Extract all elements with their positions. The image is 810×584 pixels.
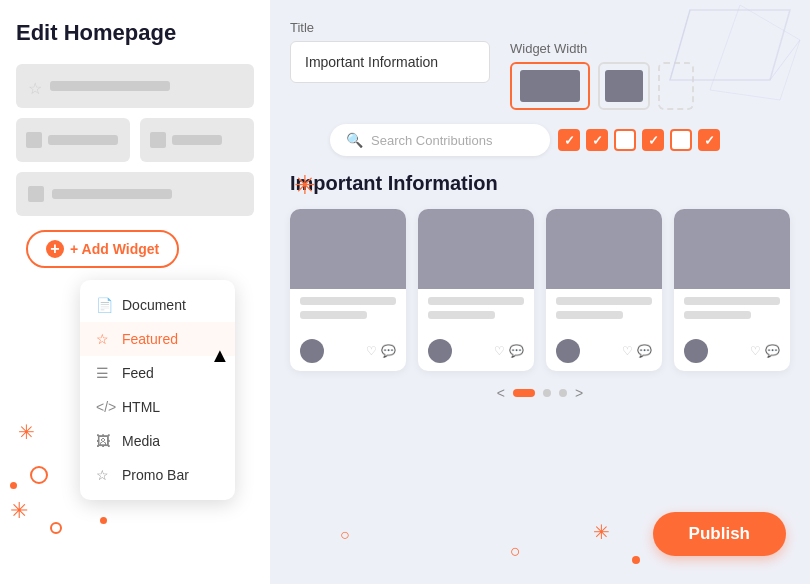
deco-circle-2	[50, 522, 62, 534]
deco-circle-1	[30, 466, 48, 484]
widget-skeleton-2	[16, 118, 254, 162]
width-option-large[interactable]	[510, 62, 590, 110]
dropdown-label-document: Document	[122, 297, 186, 313]
widget-section-title: Important Information	[290, 172, 790, 195]
widget-half-1	[16, 118, 130, 162]
widget-skeleton-1: ☆	[16, 64, 254, 108]
search-filter-row: 🔍 Search Contributions	[330, 124, 790, 156]
skel-icon	[28, 186, 44, 202]
checkbox-6[interactable]	[698, 129, 720, 151]
card-line	[556, 311, 623, 319]
comment-icon[interactable]: 💬	[637, 344, 652, 358]
widget-width-section: Widget Width	[510, 41, 694, 110]
search-icon: 🔍	[346, 132, 363, 148]
checkbox-5[interactable]	[670, 129, 692, 151]
skel-line	[52, 189, 172, 199]
card-actions-4: ♡ 💬	[750, 344, 780, 358]
add-widget-label: + Add Widget	[70, 241, 159, 257]
deco-asterisk-1: ✳	[18, 420, 35, 444]
dropdown-label-promo-bar: Promo Bar	[122, 467, 189, 483]
title-section: Title Widget Width	[290, 20, 790, 110]
page-title: Edit Homepage	[16, 20, 254, 46]
dropdown-item-feed[interactable]: ☰ Feed	[80, 356, 235, 390]
card-body-1	[290, 289, 406, 333]
widget-width-label: Widget Width	[510, 41, 694, 56]
html-icon: </>	[96, 399, 112, 415]
widget-half-2	[140, 118, 254, 162]
left-panel: Edit Homepage ☆ + + Add Widget 📄 Documen…	[0, 0, 270, 584]
deco-dot-bottom	[632, 556, 640, 564]
card-actions-3: ♡ 💬	[622, 344, 652, 358]
width-option-small[interactable]	[658, 62, 694, 110]
title-input[interactable]	[290, 41, 490, 83]
dropdown-item-promo-bar[interactable]: ☆ Promo Bar	[80, 458, 235, 492]
card-footer-1: ♡ 💬	[290, 333, 406, 371]
pag-dot-1[interactable]	[513, 389, 535, 397]
comment-icon[interactable]: 💬	[765, 344, 780, 358]
card-footer-2: ♡ 💬	[418, 333, 534, 371]
comment-icon[interactable]: 💬	[381, 344, 396, 358]
checkbox-2[interactable]	[586, 129, 608, 151]
pag-dot-3[interactable]	[559, 389, 567, 397]
pagination: < >	[290, 385, 790, 401]
dropdown-label-html: HTML	[122, 399, 160, 415]
card-line	[300, 297, 396, 305]
search-box[interactable]: 🔍 Search Contributions	[330, 124, 550, 156]
cards-row: ♡ 💬 ♡ 💬	[290, 209, 790, 371]
card-image-2	[418, 209, 534, 289]
width-large-inner	[520, 70, 580, 102]
plus-icon: +	[46, 240, 64, 258]
pag-dot-2[interactable]	[543, 389, 551, 397]
card-avatar-2	[428, 339, 452, 363]
deco-asterisk-bottom: ✳	[593, 520, 610, 544]
checkbox-4[interactable]	[642, 129, 664, 151]
card-line	[428, 311, 495, 319]
card-image-3	[546, 209, 662, 289]
widget-skeleton-3	[16, 172, 254, 216]
heart-icon[interactable]: ♡	[622, 344, 633, 358]
deco-dot-2	[100, 517, 107, 524]
deco-dot-1	[10, 482, 17, 489]
skel-line	[48, 135, 118, 145]
checkbox-1[interactable]	[558, 129, 580, 151]
dropdown-item-media[interactable]: 🖼 Media	[80, 424, 235, 458]
deco-circle-outline-2: ○	[510, 541, 521, 562]
width-option-medium[interactable]	[598, 62, 650, 110]
publish-button[interactable]: Publish	[653, 512, 786, 556]
media-icon: 🖼	[96, 433, 112, 449]
card-body-2	[418, 289, 534, 333]
deco-asterisk-2: ✳	[10, 498, 28, 524]
card-actions-1: ♡ 💬	[366, 344, 396, 358]
star-icon: ☆	[28, 79, 42, 93]
title-input-row: Widget Width	[290, 41, 790, 110]
card-footer-4: ♡ 💬	[674, 333, 790, 371]
card-line	[684, 297, 780, 305]
card-image-1	[290, 209, 406, 289]
title-label: Title	[290, 20, 790, 35]
dropdown-item-featured[interactable]: ☆ Featured	[80, 322, 235, 356]
right-panel: Title Widget Width ✳ 🔍	[270, 0, 810, 584]
dropdown-label-feed: Feed	[122, 365, 154, 381]
promo-icon: ☆	[96, 467, 112, 483]
add-widget-button[interactable]: + + Add Widget	[26, 230, 179, 268]
card-2: ♡ 💬	[418, 209, 534, 371]
heart-icon[interactable]: ♡	[366, 344, 377, 358]
prev-arrow[interactable]: <	[497, 385, 505, 401]
width-options	[510, 62, 694, 110]
dropdown-item-html[interactable]: </> HTML	[80, 390, 235, 424]
card-avatar-3	[556, 339, 580, 363]
card-4: ♡ 💬	[674, 209, 790, 371]
heart-icon[interactable]: ♡	[494, 344, 505, 358]
dropdown-item-document[interactable]: 📄 Document	[80, 288, 235, 322]
comment-icon[interactable]: 💬	[509, 344, 524, 358]
skel-line	[172, 135, 222, 145]
card-avatar-1	[300, 339, 324, 363]
next-arrow[interactable]: >	[575, 385, 583, 401]
card-image-4	[674, 209, 790, 289]
checkbox-3[interactable]	[614, 129, 636, 151]
heart-icon[interactable]: ♡	[750, 344, 761, 358]
search-placeholder: Search Contributions	[371, 133, 492, 148]
card-line	[556, 297, 652, 305]
card-1: ♡ 💬	[290, 209, 406, 371]
feed-icon: ☰	[96, 365, 112, 381]
